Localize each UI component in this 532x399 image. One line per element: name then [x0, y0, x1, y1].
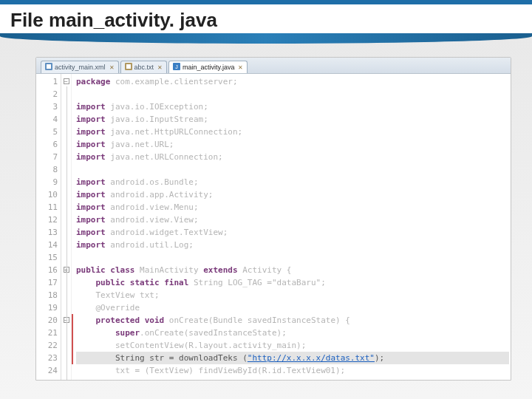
code-line: import android.os.Bundle;	[76, 177, 199, 187]
code-line: protected void onCreate(Bundle savedInst…	[76, 316, 350, 325]
svg-rect-1	[47, 64, 51, 69]
code-line: setContentView(R.layout.activity_main);	[76, 341, 306, 350]
tab-strip: activity_main.xml✕abc.txt✕Jmain_activity…	[36, 58, 511, 74]
line-number: 19	[36, 301, 58, 314]
line-number: 18	[36, 289, 58, 301]
code-line: import java.io.InputStream;	[76, 115, 208, 124]
line-number: 25	[36, 377, 58, 381]
line-number: 4	[36, 113, 58, 126]
line-number: 2	[36, 88, 58, 100]
svg-rect-3	[126, 64, 131, 69]
line-number: 20	[36, 314, 58, 327]
line-number: 8	[36, 163, 58, 176]
line-number: 3	[36, 100, 58, 113]
tab-main-activity-java[interactable]: Jmain_activity.java✕	[168, 61, 248, 73]
close-icon[interactable]: ✕	[157, 64, 163, 71]
file-icon	[45, 63, 52, 72]
code-line: txt = (TextView) findViewById(R.id.TextV…	[76, 366, 345, 375]
line-number: 11	[36, 201, 58, 214]
line-number: 16	[36, 264, 58, 276]
line-number: 6	[36, 138, 58, 151]
line-number: 5	[36, 126, 58, 138]
code-viewport[interactable]: package com.example.clientserver; import…	[72, 74, 511, 380]
close-icon[interactable]: ✕	[238, 64, 243, 71]
editor-window: activity_main.xml✕abc.txt✕Jmain_activity…	[35, 57, 511, 381]
file-icon	[125, 63, 132, 72]
line-number-gutter: 1234567891011121314151617181920212223242…	[36, 74, 61, 380]
fold-column: −+−	[61, 74, 72, 380]
code-line: import android.view.Menu;	[76, 202, 199, 212]
svg-text:J: J	[175, 64, 178, 69]
decorative-swoosh	[0, 33, 532, 44]
code-line: txt.setText(str);	[76, 378, 199, 381]
file-icon: J	[173, 63, 180, 72]
line-number: 7	[36, 151, 58, 163]
code-line: import android.widget.TextView;	[76, 228, 228, 237]
line-number: 17	[36, 276, 58, 289]
line-number: 10	[36, 188, 58, 201]
code-line: import java.io.IOException;	[76, 102, 208, 112]
change-marker	[72, 314, 73, 364]
code-line: TextView txt;	[76, 290, 160, 300]
code-line: import java.net.URL;	[76, 140, 174, 149]
line-number: 22	[36, 339, 58, 352]
slide: File main_activity. java activity_main.x…	[0, 0, 532, 399]
highlighted-line: String str = downloadTeks ("http://x.x.x…	[76, 352, 509, 364]
line-number: 12	[36, 214, 58, 226]
tab-label: main_activity.java	[183, 64, 234, 71]
tab-activity-main-xml[interactable]: activity_main.xml✕	[41, 61, 119, 73]
line-number: 1	[36, 75, 58, 88]
code-line: public static final String LOG_TAG ="dat…	[76, 278, 326, 287]
fold-guide-line	[66, 86, 67, 380]
line-number: 24	[36, 364, 58, 377]
tab-label: abc.txt	[134, 64, 154, 71]
line-number: 21	[36, 327, 58, 339]
code-line: import java.net.HttpURLConnection;	[76, 127, 242, 137]
code-line: super.onCreate(savedInstanceState);	[76, 328, 287, 338]
code-line: import android.util.Log;	[76, 240, 194, 250]
line-number: 9	[36, 176, 58, 188]
close-icon[interactable]: ✕	[109, 64, 115, 71]
line-number: 13	[36, 226, 58, 239]
code-line: import java.net.URLConnection;	[76, 152, 223, 162]
page-title: File main_activity. java	[0, 4, 532, 35]
code-line: public class MainActivity extends Activi…	[76, 265, 291, 275]
code-line: package com.example.clientserver;	[76, 77, 238, 86]
code-line: import android.view.View;	[76, 215, 199, 225]
code-area: 1234567891011121314151617181920212223242…	[36, 74, 511, 380]
code-line: import android.app.Activity;	[76, 190, 213, 200]
line-number: 14	[36, 239, 58, 251]
line-number: 23	[36, 352, 58, 364]
tab-abc-txt[interactable]: abc.txt✕	[120, 61, 168, 73]
code-line: @Override	[76, 303, 140, 313]
tab-label: activity_main.xml	[55, 64, 106, 71]
line-number: 15	[36, 251, 58, 264]
